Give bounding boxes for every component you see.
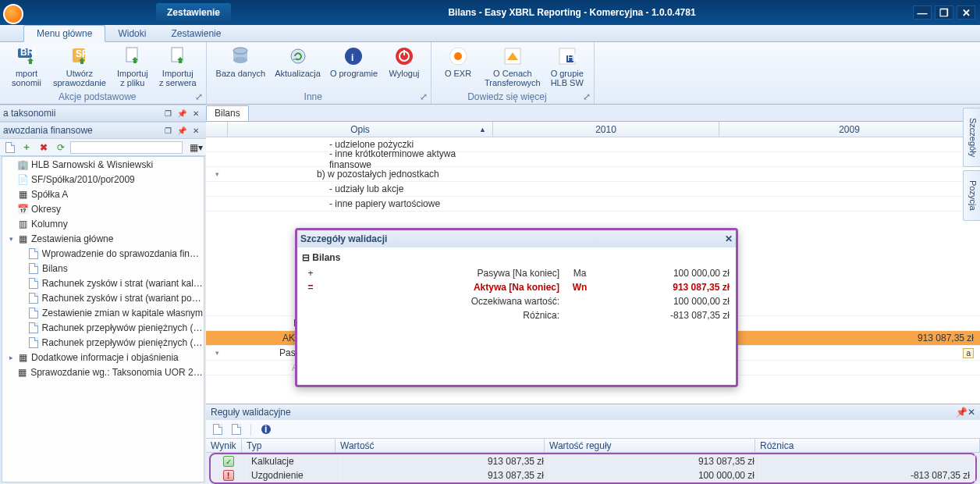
right-tab-details[interactable]: Szczegóły [963, 108, 980, 167]
grid-row[interactable]: ▾b) w pozostałych jednostkach [206, 167, 980, 182]
note-icon[interactable]: a [963, 348, 974, 358]
tree-node-taxonomy-report[interactable]: ▦Sprawozdanie wg.: Taksonomia UOR 2010 [2, 365, 204, 379]
report-tree[interactable]: 🏢HLB Sarnowski & Wisniewski 📄SF/Spółka/2… [2, 156, 204, 482]
window-maximize-button[interactable]: ❐ [935, 5, 953, 20]
svg-rect-15 [403, 50, 405, 55]
popup-header[interactable]: Szczegóły walidacji ✕ [297, 230, 736, 247]
window-close-button[interactable]: ✕ [957, 5, 975, 20]
validation-rule-row[interactable]: ! Uzgodnienie 913 087,35 zł 100 000,00 z… [211, 468, 975, 482]
svg-point-8 [233, 57, 247, 63]
col-wartosc-reguly[interactable]: Wartość reguły [545, 439, 755, 452]
main-area: Bilans ✕ Opis▲ 2010 2009 - udzielone poż… [206, 105, 980, 484]
tree-node-additional-info[interactable]: ▸▦Dodatkowe informacje i objaśnienia [2, 350, 204, 365]
col-2010[interactable]: 2010 [493, 122, 719, 137]
tree-node-statement[interactable]: Rachunek przepływów pieniężnych (m... [2, 320, 204, 335]
validation-grid: Wynik Typ Wartość Wartość reguły Różnica… [206, 439, 980, 484]
doc-b-icon[interactable] [229, 422, 243, 436]
col-opis[interactable]: Opis▲ [228, 122, 493, 137]
svg-text:HLB: HLB [567, 52, 577, 63]
add-icon[interactable]: ＋ [20, 141, 34, 154]
validation-toolbar: │ i [206, 420, 980, 439]
grid-row[interactable]: - inne krótkoterminowe aktywa finansowe [206, 152, 980, 167]
group-expand-icon[interactable]: ⤢ [420, 91, 428, 102]
pane-window-icon[interactable]: ❐ [162, 125, 173, 136]
ribbon-tab-zestawienie[interactable]: Zestawienie [158, 26, 233, 41]
pane-window-icon[interactable]: ❐ [162, 108, 173, 119]
popup-title: Szczegóły walidacji [300, 233, 387, 244]
tree-node-statement[interactable]: Wprowadzenie do sprawozdania finan... [2, 246, 204, 261]
col-typ[interactable]: Typ [242, 439, 336, 452]
svg-point-17 [454, 52, 462, 60]
document-tabs: Bilans ✕ [206, 105, 980, 122]
doc-a-icon[interactable] [211, 422, 225, 436]
validation-rule-row[interactable]: ✓ Kalkulacje 913 087,35 zł 913 087,35 zł [211, 454, 975, 468]
validation-row-equals: = Aktywa [Na koniec] Wn 913 087,35 zł [299, 280, 734, 294]
validation-panel-header[interactable]: Reguły walidacyjne 📌 ✕ [206, 404, 980, 420]
tree-search-input[interactable] [70, 141, 183, 154]
doc-tab-bilans[interactable]: Bilans [206, 105, 249, 121]
grid-body[interactable]: - udzielone pożyczki - inne krótkotermin… [206, 137, 980, 404]
ribbon-tab-views[interactable]: Widoki [105, 26, 158, 41]
columns-icon: ▥ [16, 219, 29, 230]
tree-node-company[interactable]: 🏢HLB Sarnowski & Wisniewski [2, 157, 204, 172]
grid-row[interactable]: - inne papiery wartościowe [206, 197, 980, 212]
pane-title: a taksonomii [3, 108, 55, 119]
validation-group-header[interactable]: ⊟ Bilans [299, 249, 734, 266]
tree-node-columns[interactable]: ▥Kolumny [2, 216, 204, 231]
app-logo[interactable] [3, 4, 23, 24]
validation-rules-panel: Reguły walidacyjne 📌 ✕ │ i Wynik Typ War… [206, 404, 980, 484]
refresh-icon[interactable]: ⟳ [54, 141, 68, 154]
validation-row-plus: + Pasywa [Na koniec] Ma 100 000,00 zł [299, 266, 734, 280]
ribbon-group-label: Akcje podstawowe⤢ [0, 91, 206, 102]
label: O Cenach Transferowych [485, 69, 541, 87]
right-tab-position[interactable]: Pozycja [963, 170, 980, 221]
tree-node-statement[interactable]: Rachunek zysków i strat (wariant poró... [2, 290, 204, 305]
tree-node-main-statements[interactable]: ▾▦Zestawienia główne [2, 231, 204, 246]
tree-node-statement[interactable]: Zestawienie zmian w kapitale własnym [2, 305, 204, 320]
svg-text:BRL: BRL [20, 47, 37, 58]
view-mode-icon[interactable]: ▦▾ [189, 141, 203, 154]
ribbon-group-label: Inne⤢ [207, 91, 431, 102]
tree-node-bilans[interactable]: Bilans [2, 261, 204, 276]
taxonomy-pane-header[interactable]: a taksonomii ❐ 📌 ✕ [0, 105, 206, 122]
tree-node-statement[interactable]: Rachunek zysków i strat (wariant kalk... [2, 276, 204, 290]
ribbon-context-tab[interactable]: Zestawienie [156, 3, 231, 22]
label: O EXR [445, 69, 471, 78]
tree-node-statement[interactable]: Rachunek przepływów pieniężnych (m... [2, 335, 204, 350]
hlb-logo-icon: HLB [556, 45, 578, 67]
tree-node-report[interactable]: 📄SF/Spółka/2010/por2009 [2, 172, 204, 187]
col-2009[interactable]: 2009 [719, 122, 980, 137]
popup-close-icon[interactable]: ✕ [725, 233, 733, 244]
col-wynik[interactable]: Wynik [206, 439, 242, 452]
status-ok-icon: ✓ [223, 456, 234, 467]
delete-icon[interactable]: ✖ [37, 141, 51, 154]
new-doc-icon[interactable] [3, 141, 17, 154]
label: Aktualizacja [275, 69, 321, 78]
finreports-pane-header[interactable]: awozdania finansowe ❐ 📌 ✕ [0, 122, 206, 139]
ribbon-tab-main[interactable]: Menu główne [23, 25, 105, 42]
pane-pin-icon[interactable]: 📌 [176, 125, 187, 136]
folder-icon: ▦ [16, 352, 29, 363]
panel-title: Reguły walidacyjne [211, 407, 291, 418]
label: O programie [330, 69, 378, 78]
import-server-icon [167, 45, 189, 67]
col-wartosc[interactable]: Wartość [336, 439, 545, 452]
pane-close-icon[interactable]: ✕ [968, 407, 975, 418]
group-expand-icon[interactable]: ⤢ [195, 91, 203, 102]
sort-asc-icon: ▲ [479, 126, 486, 133]
pane-close-icon[interactable]: ✕ [190, 125, 201, 136]
tree-node-periods[interactable]: 📅Okresy [2, 201, 204, 216]
pane-close-icon[interactable]: ✕ [190, 108, 201, 119]
col-roznica[interactable]: Różnica [755, 439, 980, 452]
grid-row[interactable]: - udziały lub akcje [206, 182, 980, 197]
ribbon-tabs: Menu główne Widoki Zestawienie [0, 25, 980, 42]
group-expand-icon[interactable]: ⤢ [583, 91, 591, 102]
validation-details-popup: Szczegóły walidacji ✕ ⊟ Bilans + Pasywa … [295, 228, 738, 387]
tree-node-entity[interactable]: ▦Spółka A [2, 187, 204, 201]
window-minimize-button[interactable]: — [913, 5, 932, 20]
pane-pin-icon[interactable]: 📌 [176, 108, 187, 119]
pane-pin-icon[interactable]: 📌 [956, 407, 968, 418]
label: mport sonomii [12, 69, 41, 87]
report-icon: 📄 [16, 174, 29, 185]
info-small-icon[interactable]: i [259, 422, 273, 436]
